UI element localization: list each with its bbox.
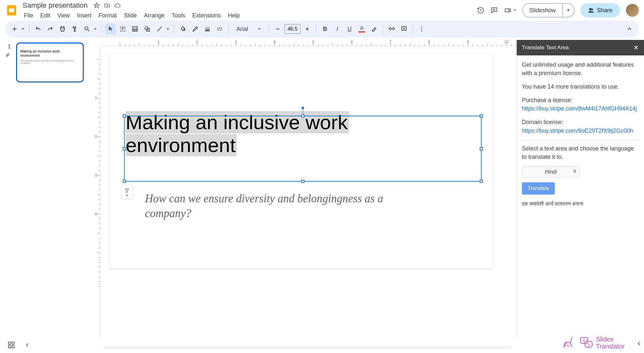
horizontal-ruler[interactable]: 12345678910 (101, 40, 516, 46)
border-color-button[interactable] (190, 24, 201, 34)
underline-button[interactable]: U (344, 24, 355, 34)
shape-tool[interactable] (142, 24, 153, 34)
svg-point-10 (421, 29, 422, 30)
promo-text: Get unlimited usage and additional featu… (522, 61, 639, 77)
menu-tools[interactable]: Tools (168, 11, 188, 20)
font-family-select[interactable]: Arial (232, 26, 265, 33)
domain-link[interactable]: https://buy.stripe.com/6oE29T2fX9ij2Gc00… (522, 128, 633, 134)
menu-arrange[interactable]: Arrange (141, 11, 168, 20)
resize-handle[interactable] (480, 180, 483, 183)
language-select[interactable]: Hindi (522, 166, 580, 178)
menu-bar: File Edit View Insert Format Slide Arran… (21, 11, 477, 20)
new-slide-button[interactable] (9, 24, 20, 34)
line-tool[interactable] (154, 24, 165, 34)
svg-rect-17 (12, 342, 14, 344)
star-icon[interactable] (93, 2, 100, 9)
close-sidebar-button[interactable]: ✕ (633, 44, 639, 52)
new-slide-dropdown[interactable] (20, 24, 26, 34)
filmstrip: 1 Making an inclusive work environment H… (0, 40, 90, 338)
cloud-icon[interactable] (114, 2, 120, 9)
menu-edit[interactable]: Edit (37, 11, 53, 20)
bold-button[interactable]: B (320, 24, 331, 34)
link-button[interactable] (386, 24, 397, 34)
font-family-value: Arial (236, 26, 248, 33)
addon-sidebar: Translate Text Area ✕ Get unlimited usag… (516, 40, 644, 338)
redo-button[interactable] (45, 24, 56, 34)
border-weight-button[interactable] (202, 24, 213, 34)
svg-point-9 (421, 27, 422, 28)
menu-slide[interactable]: Slide (121, 11, 140, 20)
zoom-dropdown[interactable] (92, 24, 98, 34)
add-comment-button[interactable] (399, 24, 409, 34)
slideshow-dropdown[interactable] (562, 4, 574, 17)
slide-thumbnail-1[interactable]: Making an inclusive work environment How… (16, 43, 84, 82)
collapse-filmstrip-button[interactable] (24, 342, 30, 348)
border-dash-button[interactable] (214, 24, 225, 34)
textbox-tool[interactable] (117, 24, 128, 34)
collapse-toolbar-button[interactable] (624, 24, 635, 34)
share-button[interactable]: Share (580, 3, 620, 17)
svg-rect-16 (8, 342, 11, 344)
resize-handle[interactable] (123, 114, 126, 118)
line-dropdown[interactable] (165, 24, 171, 34)
slide-canvas[interactable]: Making an inclusive work environment How… (110, 53, 493, 269)
move-icon[interactable] (104, 2, 110, 9)
horizontal-scrollbar[interactable] (103, 346, 512, 349)
explore-button[interactable] (8, 341, 15, 348)
collapse-sidepanel-button[interactable] (636, 341, 642, 347)
people-icon (588, 7, 594, 14)
canvas-area: 12345678910 1234 Making an inclusive wor… (90, 40, 516, 338)
rotate-handle[interactable] (302, 107, 304, 109)
menu-format[interactable]: Format (95, 11, 120, 20)
comment-icon[interactable] (490, 6, 498, 14)
slide-subtitle-text[interactable]: How can we ensure diversity and belongin… (145, 191, 428, 221)
vertical-ruler[interactable]: 1234 (90, 46, 101, 338)
svg-rect-1 (9, 8, 14, 12)
textbox-selection[interactable] (124, 116, 482, 182)
history-icon[interactable] (477, 6, 485, 14)
image-tool[interactable] (130, 24, 140, 34)
decrease-font-button[interactable] (272, 24, 283, 34)
highlight-button[interactable] (369, 24, 380, 34)
slides-logo[interactable] (5, 4, 18, 17)
resize-handle[interactable] (480, 147, 483, 150)
slideshow-button[interactable]: Slideshow (523, 4, 562, 17)
menu-insert[interactable]: Insert (74, 11, 95, 20)
menu-file[interactable]: File (21, 11, 36, 20)
text-color-button[interactable]: A (356, 24, 367, 34)
meet-button[interactable] (504, 6, 517, 14)
thumb-subtitle: How can we ensure diversity and belongin… (20, 60, 80, 64)
italic-button[interactable]: I (332, 24, 343, 34)
undo-button[interactable] (33, 24, 43, 34)
select-tool[interactable] (105, 24, 116, 34)
zoom-button[interactable] (82, 24, 92, 34)
resize-handle[interactable] (123, 180, 126, 183)
more-tools-button[interactable] (416, 24, 427, 34)
svg-rect-18 (8, 346, 11, 348)
user-avatar[interactable] (626, 4, 639, 17)
autofit-button[interactable] (121, 185, 133, 199)
increase-font-button[interactable] (302, 24, 313, 34)
print-button[interactable] (57, 24, 68, 34)
fill-color-button[interactable] (178, 24, 188, 34)
instruction-text: Select a text area and choose the langua… (522, 144, 639, 161)
document-title[interactable]: Sample presentation (21, 1, 90, 10)
resize-handle[interactable] (480, 114, 483, 118)
domain-label: Domain license: (522, 119, 563, 125)
attachment-icon[interactable] (5, 53, 14, 58)
paint-format-button[interactable] (69, 24, 80, 34)
svg-point-11 (421, 31, 422, 32)
bottom-bar (0, 337, 644, 353)
menu-extensions[interactable]: Extensions (189, 11, 224, 20)
menu-help[interactable]: Help (225, 11, 243, 20)
chevron-down-icon (258, 27, 261, 31)
thumb-title: Making an inclusive work environment (20, 49, 80, 58)
font-size-input[interactable] (284, 24, 301, 34)
share-label: Share (597, 7, 612, 14)
resize-handle[interactable] (301, 180, 304, 183)
translate-button[interactable]: Translate (522, 182, 555, 195)
resize-handle[interactable] (123, 147, 126, 150)
menu-view[interactable]: View (54, 11, 73, 20)
resize-handle[interactable] (301, 114, 304, 118)
purchase-link[interactable]: https://buy.stripe.com/8wM4i17AhfGH94A14… (522, 105, 637, 112)
